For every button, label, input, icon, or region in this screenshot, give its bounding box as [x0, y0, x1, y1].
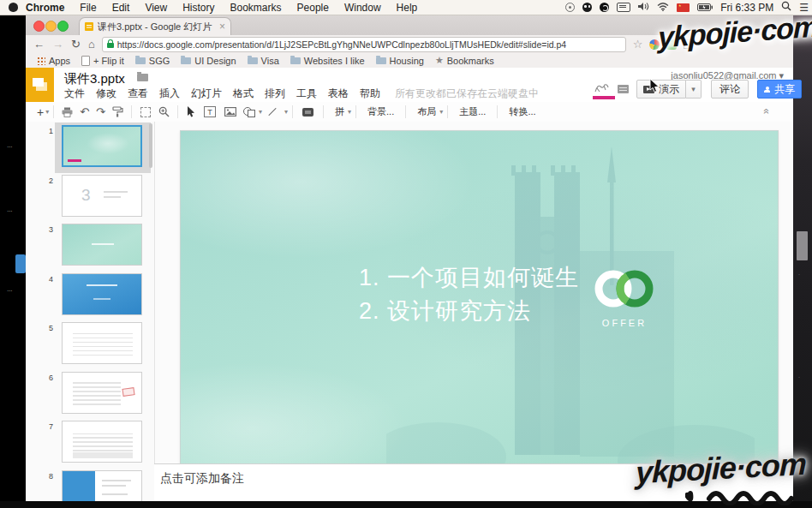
- offer-rings-icon: [585, 266, 664, 311]
- person-icon: [764, 87, 770, 93]
- menu-tools[interactable]: 工具: [296, 87, 317, 101]
- menubar-item-chrome[interactable]: Chrome: [18, 2, 72, 14]
- spell-caret[interactable]: ▾: [348, 108, 351, 116]
- thumbnail-slide-6[interactable]: [62, 372, 142, 414]
- thumbnail-slide-1[interactable]: [62, 125, 142, 167]
- bookmarks-bar: Apps + Flip it SGG UI Design Visa Websit…: [26, 53, 793, 69]
- slide-title-text[interactable]: 1. 一个项目如何诞生 2. 设计研究方法: [359, 261, 579, 328]
- layout-caret[interactable]: ▾: [439, 108, 443, 116]
- menu-help[interactable]: 帮助: [360, 87, 380, 101]
- doodle-icon[interactable]: [594, 81, 611, 95]
- text-box-button[interactable]: T: [204, 106, 216, 117]
- menu-slide[interactable]: 幻灯片: [191, 87, 222, 101]
- desktop-file-icon[interactable]: [15, 254, 26, 273]
- filmstrip-scrollbar[interactable]: [149, 123, 152, 168]
- bookmark-folder-sgg[interactable]: SGG: [135, 56, 170, 66]
- thumbnail-slide-5[interactable]: [62, 322, 142, 364]
- bookmark-folder-ui-design[interactable]: UI Design: [181, 56, 236, 66]
- insert-shape-button[interactable]: [243, 107, 254, 117]
- window-close-button[interactable]: [33, 21, 45, 32]
- insert-image-button[interactable]: [224, 105, 236, 120]
- select-tool-button[interactable]: [187, 105, 195, 120]
- back-button[interactable]: ←: [33, 38, 45, 51]
- browser-tab[interactable]: 课件3.pptx - Google 幻灯片 ×: [79, 17, 231, 35]
- bookmark-other[interactable]: ★Bookmarks: [435, 55, 494, 66]
- notes-placeholder[interactable]: 点击可添加备注: [160, 471, 244, 487]
- new-slide-caret[interactable]: ▾: [45, 108, 49, 116]
- thumbnail-slide-2[interactable]: 3: [62, 175, 142, 217]
- collapse-toolbar-icon[interactable]: »: [761, 109, 773, 115]
- share-button[interactable]: 共享: [757, 80, 802, 99]
- folder-icon: [248, 57, 258, 64]
- menu-edit[interactable]: 修改: [96, 87, 116, 101]
- spell-tool-button[interactable]: 拼: [328, 105, 346, 120]
- menubar-item-history[interactable]: History: [175, 2, 222, 14]
- redo-button[interactable]: ↷: [96, 105, 105, 120]
- insert-line-button[interactable]: [268, 108, 276, 116]
- print-button[interactable]: [62, 105, 73, 120]
- slide-canvas[interactable]: 1. 一个项目如何诞生 2. 设计研究方法 OFFER: [155, 122, 793, 502]
- thumbnail-slide-3[interactable]: [62, 224, 142, 266]
- panda-app-icon[interactable]: [582, 3, 592, 12]
- thumbnail-slide-7[interactable]: [62, 421, 142, 463]
- volume-icon[interactable]: [638, 2, 649, 14]
- menu-file[interactable]: 文件: [64, 87, 85, 101]
- background-button[interactable]: 背景...: [361, 105, 401, 120]
- folder-icon: [376, 57, 386, 64]
- menu-arrange[interactable]: 排列: [265, 87, 285, 101]
- input-language-flag-icon[interactable]: [677, 3, 690, 12]
- url-text[interactable]: https://docs.google.com/presentation/d/1…: [117, 39, 566, 50]
- menu-insert[interactable]: 插入: [159, 87, 180, 101]
- bookmark-star-icon[interactable]: ☆: [633, 38, 643, 51]
- present-options-caret[interactable]: ▾: [686, 80, 702, 99]
- menubar-item-help[interactable]: Help: [389, 2, 426, 14]
- wifi-icon[interactable]: [657, 2, 669, 14]
- comments-button[interactable]: 评论: [711, 80, 749, 99]
- status-swirl-icon[interactable]: [565, 3, 575, 12]
- transition-button[interactable]: 转换...: [502, 105, 542, 120]
- offer-logo[interactable]: OFFER: [582, 266, 667, 328]
- dark-app-icon[interactable]: [600, 3, 609, 12]
- thumbnail-slide-4[interactable]: [62, 273, 142, 315]
- reload-button[interactable]: ↻: [71, 38, 81, 51]
- layout-button[interactable]: 布局: [410, 105, 438, 120]
- menubar-item-people[interactable]: People: [290, 2, 337, 14]
- current-slide[interactable]: 1. 一个项目如何诞生 2. 设计研究方法 OFFER: [180, 130, 779, 469]
- home-button[interactable]: ⌂: [88, 38, 95, 51]
- new-slide-button[interactable]: +: [37, 105, 44, 120]
- zoom-fit-button[interactable]: [140, 107, 151, 117]
- recording-pink-bar: [593, 96, 615, 99]
- insert-comment-button[interactable]: [302, 108, 313, 117]
- slides-header: 课件3.pptx 文件 修改 查看 插入 幻灯片 格式 排列 工具 表格 帮助 …: [26, 68, 793, 102]
- bookmark-apps[interactable]: Apps: [37, 56, 70, 66]
- present-button[interactable]: 演示: [636, 80, 686, 99]
- menu-view[interactable]: 查看: [128, 87, 148, 101]
- paint-format-button[interactable]: [112, 105, 123, 120]
- bookmark-folder-housing[interactable]: Housing: [376, 56, 424, 66]
- menubar-item-window[interactable]: Window: [337, 2, 389, 14]
- window-minimize-button[interactable]: [45, 21, 57, 32]
- bookmark-flip-it[interactable]: + Flip it: [81, 56, 124, 66]
- apple-icon[interactable]: [9, 3, 18, 12]
- thumbnail-slide-8[interactable]: [62, 470, 142, 502]
- menu-format[interactable]: 格式: [233, 87, 254, 101]
- zoom-button[interactable]: [158, 105, 170, 120]
- address-bar[interactable]: https://docs.google.com/presentation/d/1…: [102, 37, 626, 52]
- menubar-item-file[interactable]: File: [72, 2, 104, 14]
- bookmark-folder-websites[interactable]: Websites I like: [290, 56, 365, 66]
- menubar-item-bookmarks[interactable]: Bookmarks: [223, 2, 290, 14]
- undo-button[interactable]: ↶: [80, 105, 89, 120]
- menu-table[interactable]: 表格: [328, 87, 349, 101]
- bookmark-folder-visa[interactable]: Visa: [248, 56, 279, 66]
- theme-button[interactable]: 主题...: [452, 105, 493, 120]
- gray-screen-icon[interactable]: [618, 85, 629, 93]
- menubar-item-view[interactable]: View: [137, 2, 175, 14]
- forward-button[interactable]: →: [52, 38, 63, 51]
- shape-caret[interactable]: ▾: [259, 108, 262, 116]
- keyboard-icon[interactable]: [617, 3, 630, 12]
- window-zoom-button[interactable]: [57, 21, 69, 32]
- battery-icon: [697, 2, 713, 14]
- tab-close-icon[interactable]: ×: [219, 21, 225, 33]
- line-caret[interactable]: ▾: [284, 108, 288, 116]
- menubar-item-edit[interactable]: Edit: [104, 2, 138, 14]
